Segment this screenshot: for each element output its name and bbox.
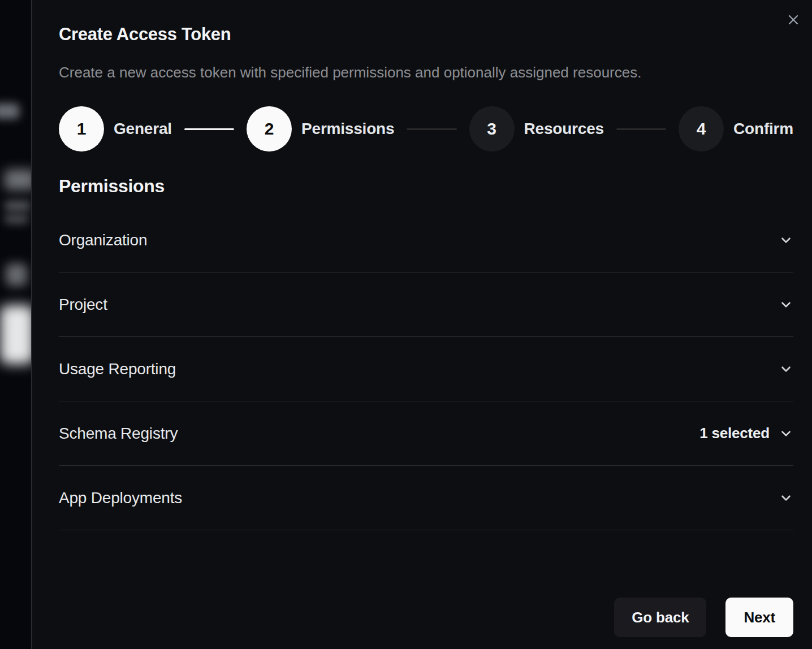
background-blur-icon: [6, 263, 27, 286]
permissions-heading: Permissions: [59, 175, 793, 197]
step-connector-upcoming: [407, 128, 456, 130]
step-label-resources: Resources: [524, 120, 604, 138]
chevron-down-icon: [779, 426, 793, 441]
step-confirm[interactable]: 4 Confirm: [679, 106, 793, 152]
background-blur-item: [5, 215, 28, 223]
accordion-organization[interactable]: Organization: [59, 208, 793, 272]
selection-count: 1 selected: [699, 425, 770, 442]
modal-footer: Go back Next: [59, 598, 793, 637]
accordion-project[interactable]: Project: [59, 272, 793, 337]
step-permissions[interactable]: 2 Permissions: [247, 106, 394, 152]
stepper: 1 General 2 Permissions 3 Resources 4 Co…: [59, 106, 793, 152]
close-button[interactable]: [784, 10, 803, 29]
chevron-down-icon: [779, 233, 793, 248]
step-label-general: General: [114, 120, 172, 138]
step-number-4: 4: [679, 106, 724, 152]
go-back-button[interactable]: Go back: [614, 598, 706, 637]
accordion-label: Organization: [59, 231, 147, 249]
step-resources[interactable]: 3 Resources: [469, 106, 604, 152]
step-label-permissions: Permissions: [301, 120, 394, 138]
accordion-label: Usage Reporting: [59, 360, 176, 378]
accordion-label: App Deployments: [59, 489, 182, 507]
accordion-schema-registry[interactable]: Schema Registry 1 selected: [59, 401, 793, 466]
permissions-accordion-list: Organization Project Usage Reporting: [59, 208, 793, 530]
accordion-usage-reporting[interactable]: Usage Reporting: [59, 337, 793, 401]
page-background: Create Access Token Create a new access …: [0, 0, 812, 649]
create-access-token-modal: Create Access Token Create a new access …: [31, 0, 812, 649]
accordion-app-deployments[interactable]: App Deployments: [59, 466, 793, 530]
accordion-label: Project: [59, 296, 107, 314]
step-label-confirm: Confirm: [733, 120, 793, 138]
background-blur-item: [0, 103, 19, 119]
background-blur-item: [5, 201, 31, 210]
close-icon: [785, 12, 801, 28]
chevron-down-icon: [779, 491, 793, 505]
step-connector-complete: [184, 128, 234, 130]
background-blur-item: [5, 170, 35, 190]
chevron-down-icon: [779, 297, 793, 312]
modal-content: Create Access Token Create a new access …: [32, 0, 812, 637]
modal-title: Create Access Token: [59, 25, 793, 44]
step-connector-upcoming: [616, 128, 666, 130]
step-number-3: 3: [469, 106, 515, 152]
step-number-1: 1: [59, 106, 104, 152]
accordion-label: Schema Registry: [59, 425, 178, 443]
next-button[interactable]: Next: [725, 598, 793, 637]
step-general[interactable]: 1 General: [59, 106, 172, 152]
modal-subtitle: Create a new access token with specified…: [59, 64, 793, 81]
chevron-down-icon: [779, 362, 793, 377]
background-blur-card: [0, 305, 34, 364]
step-number-2: 2: [247, 106, 292, 152]
